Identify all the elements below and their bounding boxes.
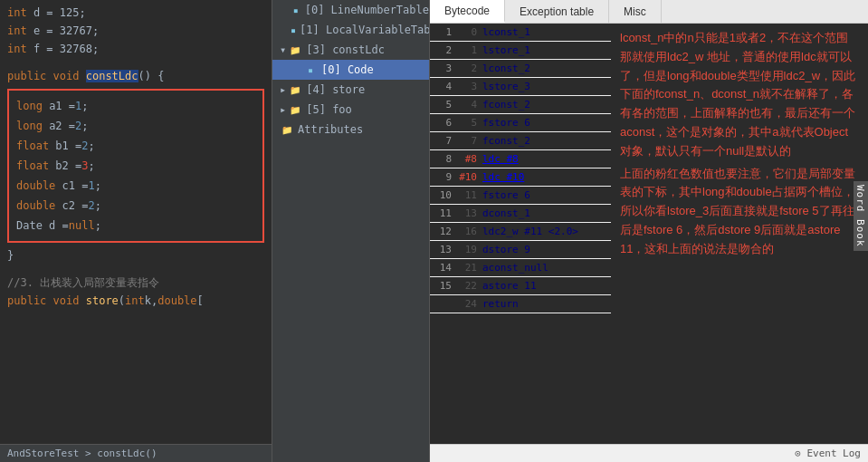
bc-row-3: 4 3 lstore_3 [430, 78, 611, 96]
body-line-d: Date d = null; [16, 216, 255, 236]
bc-row-0: 1 0 lconst_1 [430, 24, 611, 42]
arrow-right-icon: ▸ [280, 83, 286, 96]
bc-row-8: 9 #10 ldc #10 [430, 168, 611, 187]
bc-row-9: 10 11 fstore 6 [430, 187, 611, 205]
bc-row-12: 13 19 dstore 9 [430, 241, 611, 259]
tree-item-constldc[interactable]: ▾ 📁 [3] constLdc [272, 40, 429, 60]
code-line-f: int f = 32768; [0, 40, 272, 58]
file-icon: ▪ [291, 3, 301, 17]
folder-icon: 📁 [280, 122, 294, 137]
arrow-down-icon: ▾ [280, 43, 286, 56]
folder-icon: 📁 [288, 43, 302, 57]
event-log-link[interactable]: ⊙ Event Log [795, 448, 861, 459]
bc-row-6: 7 7 fconst_2 [430, 132, 611, 150]
bc-row-11: 12 16 ldc2_w #11 <2.0> [430, 223, 611, 241]
tree-item-linenumber[interactable]: ▪ [0] LineNumberTable [272, 0, 429, 20]
tab-bytecode[interactable]: Bytecode [430, 0, 505, 23]
left-code-panel: int d = 125; int e = 32767; int f = 3276… [0, 0, 272, 462]
body-line-a2: long a2 = 2; [16, 116, 255, 136]
comment-line: //3. 出栈装入局部变量表指令 [0, 274, 272, 292]
bc-row-10: 11 13 dconst_1 [430, 205, 611, 223]
code-area: int d = 125; int e = 32767; int f = 3276… [0, 0, 272, 444]
bc-row-7: 8 #8 ldc #8 [430, 150, 611, 168]
method-body-block: long a1 = 1; long a2 = 2; float b1 = 2; … [7, 89, 264, 243]
tree-item-localvariable[interactable]: ▪ [1] LocalVariableTable [272, 20, 429, 40]
folder-icon: 📁 [288, 102, 302, 117]
file-tree-panel: ▪ [0] LineNumberTable ▪ [1] LocalVariabl… [272, 0, 430, 462]
arrow-right-icon: ▸ [280, 103, 286, 116]
tree-item-attributes[interactable]: 📁 Attributes [272, 120, 429, 140]
closing-brace: } [0, 246, 272, 265]
bc-row-2: 3 2 lconst_2 [430, 60, 611, 78]
tree-item-foo[interactable]: ▸ 📁 [5] foo [272, 100, 429, 120]
bc-row-return: 24 return [430, 295, 611, 313]
method-signature: public void constLdc() { [0, 67, 272, 85]
body-line-b1: float b1 = 2; [16, 136, 255, 156]
right-panel: Bytecode Exception table Misc 1 0 lconst… [430, 0, 868, 462]
tab-exception-table[interactable]: Exception table [505, 0, 609, 23]
body-line-c2: double c2 = 2; [16, 196, 255, 216]
word-book-tab[interactable]: Word Book [854, 181, 868, 251]
file-icon: ▪ [291, 23, 296, 37]
code-line-d: int d = 125; [0, 4, 272, 22]
body-line-b2: float b2 = 3; [16, 156, 255, 176]
bc-row-14: 15 22 astore 11 [430, 277, 611, 295]
file-icon: ▪ [303, 63, 318, 77]
bottom-bar: ⊙ Event Log [430, 444, 868, 462]
tab-misc[interactable]: Misc [609, 0, 662, 23]
bytecode-table: 1 0 lconst_1 2 1 lstore_1 3 2 lconst_2 4… [430, 24, 611, 444]
folder-icon: 📁 [288, 82, 302, 97]
annotation-para1: lconst_n中的n只能是1或者2，不在这个范围那就使用ldc2_w 地址，普… [620, 29, 859, 161]
store-method-line: public void store(int k, double[ [0, 292, 272, 310]
bc-row-1: 2 1 lstore_1 [430, 42, 611, 60]
body-line-c1: double c1 = 1; [16, 176, 255, 196]
bc-row-4: 5 4 fconst_2 [430, 96, 611, 114]
body-line-a1: long a1 = 1; [16, 96, 255, 116]
content-area: 1 0 lconst_1 2 1 lstore_1 3 2 lconst_2 4… [430, 24, 868, 444]
annotation-para2: 上面的粉红色数值也要注意，它们是局部变量表的下标，其中long和double占据… [620, 165, 859, 259]
annotation-area: lconst_n中的n只能是1或者2，不在这个范围那就使用ldc2_w 地址，普… [611, 24, 868, 444]
tree-item-code[interactable]: ▪ [0] Code [272, 60, 429, 80]
code-line-e: int e = 32767; [0, 22, 272, 40]
tab-bar: Bytecode Exception table Misc [430, 0, 868, 24]
bc-row-13: 14 21 aconst_null [430, 259, 611, 277]
breadcrumb: AndStoreTest > constLdc() [0, 444, 272, 462]
tree-item-store[interactable]: ▸ 📁 [4] store [272, 80, 429, 100]
bc-row-5: 6 5 fstore 6 [430, 114, 611, 132]
